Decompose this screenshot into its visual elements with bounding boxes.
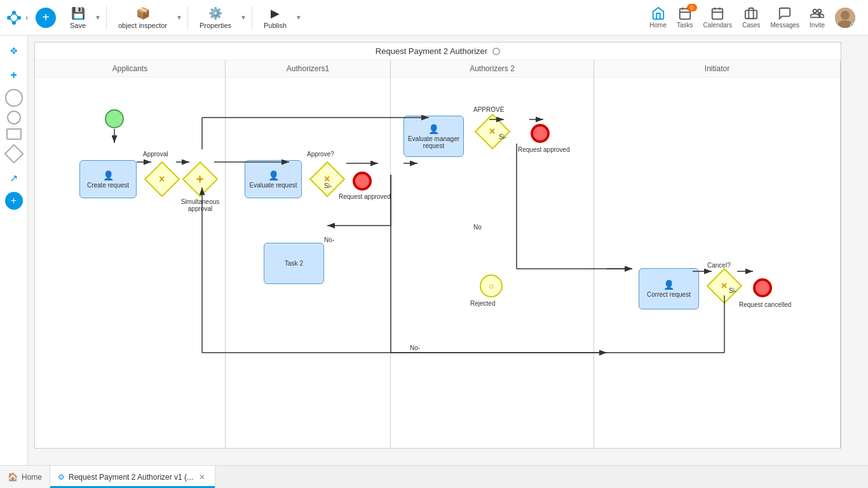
object-inspector-tool[interactable]: 📦 object inspector — [112, 4, 173, 32]
evaluate-request-task[interactable]: 👤 Evaluate request — [245, 160, 302, 198]
diagram-tab-label: Request Payment 2 Authorizer v1 (... — [69, 473, 193, 482]
messages-nav-item[interactable]: Messages — [771, 6, 800, 29]
save-label: Save — [70, 22, 86, 29]
svg-line-5 — [14, 13, 19, 18]
request-approved-end-1[interactable] — [353, 172, 372, 191]
create-request-label: Create request — [87, 182, 129, 189]
bottom-tab-bar: 🏠 Home ⚙ Request Payment 2 Authorizer v1… — [0, 465, 868, 488]
no-label-2: No — [473, 224, 482, 231]
publish-label: Publish — [264, 22, 287, 29]
separator-3 — [252, 6, 252, 29]
correct-request-task[interactable]: 👤 Correct request — [639, 268, 699, 309]
object-inspector-label: object inspector — [118, 22, 167, 29]
manager-user-icon: 👤 — [428, 124, 439, 134]
correct-user-icon: 👤 — [663, 280, 674, 290]
add-element-tool[interactable]: + — [5, 192, 23, 210]
home-nav-item[interactable]: Home — [649, 6, 667, 29]
lane-authorizers1-body: 👤 Evaluate request × Approve? Si- — [226, 78, 390, 448]
create-request-task[interactable]: 👤 Create request — [79, 160, 137, 198]
home-tab-icon: 🏠 — [8, 472, 18, 482]
save-icon: 💾 — [71, 6, 85, 20]
approve-label: Approve? — [307, 151, 334, 158]
approval-gateway[interactable]: × — [144, 161, 180, 198]
save-tool[interactable]: 💾 Save — [64, 4, 92, 32]
task-user-icon: 👤 — [103, 170, 114, 180]
home-nav-label: Home — [649, 22, 667, 29]
close-tab-button[interactable]: ✕ — [197, 472, 207, 482]
left-sidebar: ✥ + ↗ + — [0, 36, 28, 465]
cases-nav-item[interactable]: Cases — [742, 6, 760, 29]
tasks-nav-item[interactable]: 0 Tasks — [677, 6, 693, 29]
rejected-circle-icon: ○ — [489, 281, 494, 291]
task2[interactable]: Task 2 — [264, 243, 324, 284]
simultaneous-gateway[interactable]: + — [182, 161, 219, 198]
zoom-in-tool[interactable]: + — [4, 65, 24, 85]
lane-applicants-header: Applicants — [35, 60, 225, 78]
bottom-tab-home[interactable]: 🏠 Home — [0, 466, 50, 488]
evaluate-manager-task[interactable]: 👤 Evaluate manager request — [403, 116, 464, 157]
properties-tool[interactable]: ⚙️ Properties — [193, 4, 238, 32]
diamond-shape-tool[interactable] — [4, 144, 24, 163]
request-approved-end-2[interactable] — [531, 124, 550, 143]
svg-line-7 — [14, 18, 19, 23]
bottom-tab-diagram[interactable]: ⚙ Request Payment 2 Authorizer v1 (... ✕ — [50, 466, 215, 488]
separator-2 — [187, 6, 188, 29]
calendars-nav-label: Calendars — [703, 22, 733, 29]
diagram-title: Request Payment 2 Authorizer — [35, 43, 841, 60]
svg-point-18 — [841, 11, 850, 20]
approve2-label: APPROVE — [473, 106, 504, 113]
start-event[interactable] — [105, 109, 124, 128]
calendars-nav-item[interactable]: Calendars — [703, 6, 733, 29]
pan-tool[interactable]: ✥ — [4, 41, 24, 61]
approve2-gateway[interactable]: × — [475, 114, 511, 150]
publish-tool[interactable]: ▶ Publish — [257, 4, 293, 32]
object-inspector-icon: 📦 — [136, 6, 150, 20]
si-label-2: Si- — [499, 133, 506, 140]
rejected-label: Rejected — [470, 300, 495, 307]
properties-dropdown[interactable]: ▼ — [240, 14, 247, 21]
save-dropdown[interactable]: ▼ — [95, 14, 101, 21]
cancel-gateway-icon: × — [721, 280, 727, 292]
bpmn-diagram: Request Payment 2 Authorizer Applicants — [34, 42, 841, 449]
publish-dropdown[interactable]: ▼ — [295, 14, 302, 21]
top-navigation: › + 💾 Save ▼ 📦 object inspector ▼ ⚙️ Pro… — [0, 0, 868, 36]
properties-label: Properties — [200, 22, 231, 29]
evaluate-manager-label: Evaluate manager request — [407, 135, 461, 149]
circle-shape-tool-2[interactable] — [7, 111, 21, 125]
cancel-gateway[interactable]: × — [707, 268, 743, 304]
evaluate-user-icon: 👤 — [268, 170, 279, 180]
nav-left: › + 💾 Save ▼ 📦 object inspector ▼ ⚙️ Pro… — [5, 4, 649, 32]
nav-right: Home 0 Tasks Calendars Cases — [649, 6, 863, 29]
add-button[interactable]: + — [36, 8, 56, 28]
diagram-title-circle — [492, 48, 500, 55]
svg-line-6 — [9, 18, 14, 23]
diagram-title-text: Request Payment 2 Authorizer — [376, 46, 487, 56]
nav-expand-chevron[interactable]: › — [25, 13, 28, 22]
lane-authorizers2: Authorizers 2 👤 Evaluate manager request — [391, 60, 594, 448]
request-cancelled-end[interactable] — [753, 278, 772, 297]
task2-label: Task 2 — [285, 260, 303, 267]
approval-gateway-icon: × — [159, 173, 165, 185]
user-avatar[interactable] — [835, 8, 855, 28]
app-logo[interactable] — [5, 9, 23, 27]
rejected-gateway[interactable]: ○ — [480, 274, 503, 297]
invite-nav-item[interactable]: Invite — [810, 6, 825, 29]
canvas-area[interactable]: Request Payment 2 Authorizer Applicants — [28, 36, 868, 465]
tasks-badge: 0 — [687, 4, 697, 11]
publish-icon: ▶ — [271, 6, 280, 20]
object-inspector-dropdown[interactable]: ▼ — [176, 14, 182, 21]
home-tab-label: Home — [22, 473, 42, 482]
rect-shape-tool[interactable] — [6, 128, 22, 140]
bpmn-lanes: Applicants 👤 Create request — [35, 60, 841, 448]
connect-tool[interactable]: ↗ — [4, 168, 24, 188]
approve-gateway[interactable]: × — [309, 161, 346, 198]
si-label-1: Si- — [324, 182, 332, 189]
lane-authorizers2-body: 👤 Evaluate manager request × APPROVE Si- — [391, 78, 593, 448]
invite-nav-label: Invite — [810, 22, 825, 29]
approval-label: Approval — [143, 151, 168, 158]
circle-shape-tool[interactable] — [5, 89, 23, 107]
separator-1 — [106, 6, 107, 29]
properties-icon: ⚙️ — [208, 6, 222, 20]
diagram-tab-icon: ⚙ — [58, 473, 65, 482]
si-label-3: Si- — [729, 287, 736, 294]
